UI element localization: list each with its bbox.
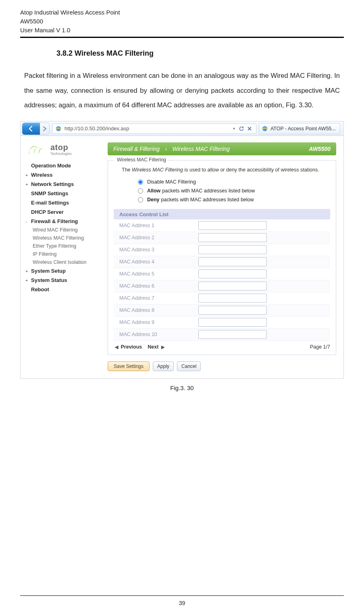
expand-icon[interactable]: + — [25, 173, 31, 177]
mac-address-input[interactable] — [198, 221, 267, 230]
sidebar-item-label: Wireless — [31, 172, 52, 178]
acl-row-label: MAC Address 8 — [114, 304, 198, 316]
acl-row: MAC Address 7 — [114, 292, 330, 304]
sidebar-subitem[interactable]: Wired MAC Filtering — [33, 226, 103, 234]
sidebar-item-label: System Setup — [31, 268, 66, 274]
acl-row: MAC Address 8 — [114, 304, 330, 316]
logo-mark-icon — [27, 142, 50, 157]
mac-address-input[interactable] — [198, 318, 267, 327]
sidebar-item-label: Network Settings — [31, 181, 74, 187]
arrow-right-icon — [42, 126, 48, 132]
pager-prev[interactable]: Previous — [121, 344, 142, 350]
stop-icon[interactable] — [245, 125, 254, 133]
expand-icon[interactable]: + — [25, 278, 31, 283]
reload-icon[interactable] — [237, 125, 245, 133]
sidebar-subitem[interactable]: Ether Type Filtering — [33, 242, 103, 250]
acl-row: MAC Address 10 — [114, 328, 330, 340]
tab-title: ATOP - Access Point AW55... — [270, 126, 336, 132]
apply-button[interactable]: Apply — [153, 361, 174, 371]
pager-next[interactable]: Next — [148, 344, 158, 350]
section-title-bar: Firewall & Filtering › Wireless MAC Filt… — [108, 142, 336, 155]
desc-prefix: The — [122, 167, 132, 173]
acl-row-label: MAC Address 10 — [114, 328, 198, 340]
pager-prev-icon[interactable]: ◀ — [115, 345, 118, 349]
sidebar-item[interactable]: DHCP Server — [25, 207, 103, 217]
mac-address-input[interactable] — [198, 282, 267, 290]
mac-address-input[interactable] — [198, 330, 267, 339]
filtering-fieldset: Wireless MAC Filtering The Wireless MAC … — [108, 160, 336, 355]
sidebar-subitem[interactable]: Wireless Client Isolation — [33, 258, 103, 266]
sidebar-item[interactable]: +Wireless — [25, 170, 103, 180]
save-settings-button[interactable]: Save Settings — [108, 361, 150, 371]
radio-label: packets with MAC addresses listed below — [161, 197, 254, 203]
sidebar-item[interactable]: +System Status — [25, 276, 103, 285]
radio-row: Disable MAC Filtering — [138, 177, 330, 186]
sidebar-item[interactable]: SNMP Settings — [25, 189, 103, 198]
desc-em: Wireless MAC Filtering — [132, 167, 183, 173]
doc-header-line3: User Manual V 1.0 — [20, 26, 344, 35]
address-bar-wrap: http://10.0.50.200/index.asp ▾ — [52, 123, 256, 134]
mac-address-input[interactable] — [198, 306, 267, 315]
cancel-button[interactable]: Cancel — [177, 361, 201, 371]
nav-back-button[interactable] — [22, 123, 40, 135]
browser-tab[interactable]: ATOP - Access Point AW55... — [259, 123, 340, 134]
radio-label: Disable MAC Filtering — [147, 179, 196, 185]
breadcrumb-leaf: Wireless MAC Filtering — [173, 146, 230, 152]
radio-input[interactable] — [138, 197, 143, 203]
pager-next-icon[interactable]: ▶ — [161, 345, 164, 349]
tab-strip: ATOP - Access Point AW55... — [259, 123, 340, 134]
nav-forward-button[interactable] — [40, 123, 50, 135]
acl-row-label: MAC Address 7 — [114, 292, 198, 304]
page-number: 39 — [0, 600, 364, 606]
address-bar[interactable]: http://10.0.50.200/index.asp ▾ — [52, 123, 256, 134]
acl-row-label: MAC Address 5 — [114, 268, 198, 280]
acl-row: MAC Address 5 — [114, 268, 330, 280]
radio-label: packets with MAC addresses listed below — [162, 188, 255, 194]
mac-address-input[interactable] — [198, 233, 267, 242]
sidebar-subitem[interactable]: Wireless MAC Filtering — [33, 234, 103, 242]
sidebar-item-label: Operation Mode — [31, 163, 71, 169]
sidebar-item[interactable]: E-mail Settings — [25, 198, 103, 207]
mac-address-input[interactable] — [198, 269, 267, 278]
sidebar-item[interactable]: +Network Settings — [25, 180, 103, 189]
mac-address-input[interactable] — [198, 257, 267, 266]
sidebar-nav: Operation Mode+Wireless+Network Settings… — [25, 161, 103, 294]
chevron-down-icon[interactable]: ▾ — [231, 126, 237, 131]
radio-row: Allowpackets with MAC addresses listed b… — [138, 186, 330, 195]
expand-icon[interactable]: + — [25, 182, 31, 187]
radio-row: Denypackets with MAC addresses listed be… — [138, 195, 330, 204]
mac-address-input[interactable] — [198, 245, 267, 254]
filtering-desc: The Wireless MAC Filtering is used to al… — [122, 167, 330, 173]
browser-chrome: http://10.0.50.200/index.asp ▾ ATOP — [21, 121, 343, 136]
collapse-icon[interactable]: - — [25, 219, 31, 224]
acl-row-label: MAC Address 9 — [114, 316, 198, 328]
sidebar-item[interactable]: +System Setup — [25, 266, 103, 276]
ie-icon — [55, 125, 62, 132]
acl-row: MAC Address 1 — [114, 219, 330, 232]
sidebar-item[interactable]: -Firewall & Filtering — [25, 217, 103, 226]
button-row: Save Settings Apply Cancel — [108, 361, 336, 371]
section-heading: 3.8.2 Wireless MAC Filtering — [56, 49, 364, 58]
tab-favicon-icon — [262, 125, 268, 132]
sidebar-submenu: Wired MAC FilteringWireless MAC Filterin… — [33, 226, 103, 266]
body-paragraph: Packet filtering in a Wireless environme… — [24, 68, 340, 112]
sidebar-item-label: Firewall & Filtering — [31, 218, 78, 224]
mac-address-input[interactable] — [198, 294, 267, 303]
sidebar-item[interactable]: Operation Mode — [25, 161, 103, 170]
arrow-left-icon — [27, 125, 35, 132]
acl-row-label: MAC Address 4 — [114, 256, 198, 268]
pager-page: Page 1/7 — [310, 344, 330, 350]
acl-row: MAC Address 2 — [114, 232, 330, 244]
expand-icon[interactable]: + — [25, 269, 31, 274]
sidebar-subitem[interactable]: IP Filtering — [33, 250, 103, 258]
address-url: http://10.0.50.200/index.asp — [64, 125, 231, 132]
breadcrumb-root: Firewall & Filtering — [113, 146, 160, 152]
acl-row: MAC Address 9 — [114, 316, 330, 328]
acl-table: MAC Address 1MAC Address 2MAC Address 3M… — [114, 219, 330, 341]
sidebar-item[interactable]: Reboot — [25, 285, 103, 294]
doc-header-line2: AW5500 — [20, 17, 344, 26]
radio-input[interactable] — [138, 180, 143, 185]
fieldset-legend: Wireless MAC Filtering — [114, 157, 168, 163]
radio-input[interactable] — [138, 188, 143, 194]
doc-header-line1: Atop Industrial Wireless Access Point — [20, 8, 344, 17]
